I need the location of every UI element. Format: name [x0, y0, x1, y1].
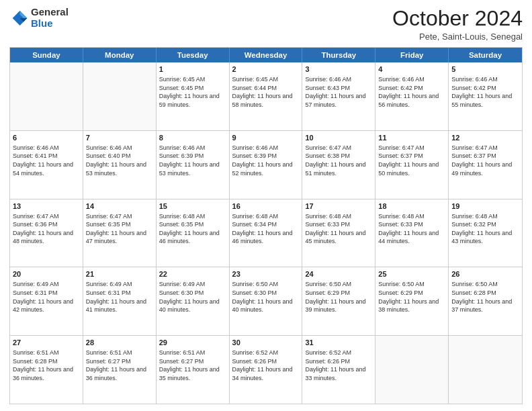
calendar-cell: 8Sunrise: 6:46 AM Sunset: 6:39 PM Daylig…	[157, 131, 230, 199]
weekday-header-thursday: Thursday	[302, 48, 375, 62]
day-info: Sunrise: 6:49 AM Sunset: 6:30 PM Dayligh…	[159, 280, 226, 314]
calendar-row-1: 1Sunrise: 6:45 AM Sunset: 6:45 PM Daylig…	[10, 62, 522, 130]
calendar-cell: 23Sunrise: 6:50 AM Sunset: 6:30 PM Dayli…	[230, 267, 303, 335]
calendar-cell: 6Sunrise: 6:46 AM Sunset: 6:41 PM Daylig…	[10, 131, 83, 199]
calendar-cell: 18Sunrise: 6:48 AM Sunset: 6:33 PM Dayli…	[375, 199, 449, 267]
calendar-cell: 10Sunrise: 6:47 AM Sunset: 6:38 PM Dayli…	[302, 131, 375, 199]
day-info: Sunrise: 6:47 AM Sunset: 6:35 PM Dayligh…	[86, 212, 153, 246]
day-number: 6	[13, 133, 80, 143]
calendar-row-5: 27Sunrise: 6:51 AM Sunset: 6:28 PM Dayli…	[10, 335, 522, 404]
logo-blue-text: Blue	[31, 18, 69, 30]
calendar-cell: 21Sunrise: 6:49 AM Sunset: 6:31 PM Dayli…	[83, 267, 157, 335]
day-number: 17	[305, 201, 372, 212]
day-info: Sunrise: 6:47 AM Sunset: 6:38 PM Dayligh…	[305, 144, 372, 177]
day-info: Sunrise: 6:48 AM Sunset: 6:33 PM Dayligh…	[378, 212, 445, 246]
day-info: Sunrise: 6:51 AM Sunset: 6:28 PM Dayligh…	[13, 349, 80, 382]
weekday-header-friday: Friday	[375, 48, 449, 62]
calendar-cell: 22Sunrise: 6:49 AM Sunset: 6:30 PM Dayli…	[157, 267, 230, 335]
day-number: 26	[451, 269, 519, 279]
day-number: 12	[451, 133, 519, 143]
day-info: Sunrise: 6:50 AM Sunset: 6:29 PM Dayligh…	[305, 280, 372, 314]
calendar-header: SundayMondayTuesdayWednesdayThursdayFrid…	[10, 48, 522, 62]
calendar-cell: 14Sunrise: 6:47 AM Sunset: 6:35 PM Dayli…	[83, 199, 157, 267]
day-number: 21	[86, 269, 153, 279]
calendar-cell: 28Sunrise: 6:51 AM Sunset: 6:27 PM Dayli…	[83, 336, 157, 404]
calendar-cell: 20Sunrise: 6:49 AM Sunset: 6:31 PM Dayli…	[10, 267, 83, 335]
calendar: SundayMondayTuesdayWednesdayThursdayFrid…	[9, 47, 523, 404]
day-number: 9	[232, 133, 300, 143]
day-info: Sunrise: 6:47 AM Sunset: 6:37 PM Dayligh…	[378, 144, 445, 177]
day-info: Sunrise: 6:48 AM Sunset: 6:35 PM Dayligh…	[159, 212, 226, 246]
day-info: Sunrise: 6:46 AM Sunset: 6:43 PM Dayligh…	[305, 75, 372, 109]
weekday-header-monday: Monday	[83, 48, 157, 62]
day-info: Sunrise: 6:47 AM Sunset: 6:36 PM Dayligh…	[13, 212, 80, 246]
day-info: Sunrise: 6:46 AM Sunset: 6:39 PM Dayligh…	[232, 144, 300, 177]
day-number: 2	[232, 64, 300, 75]
day-info: Sunrise: 6:46 AM Sunset: 6:42 PM Dayligh…	[378, 75, 445, 109]
calendar-cell: 1Sunrise: 6:45 AM Sunset: 6:45 PM Daylig…	[157, 62, 230, 130]
day-number: 11	[378, 133, 445, 143]
calendar-cell: 27Sunrise: 6:51 AM Sunset: 6:28 PM Dayli…	[10, 336, 83, 404]
day-info: Sunrise: 6:49 AM Sunset: 6:31 PM Dayligh…	[13, 280, 80, 314]
header: General Blue October 2024 Pete, Saint-Lo…	[9, 7, 523, 42]
calendar-cell: 26Sunrise: 6:50 AM Sunset: 6:28 PM Dayli…	[449, 267, 522, 335]
day-info: Sunrise: 6:45 AM Sunset: 6:45 PM Dayligh…	[159, 75, 226, 109]
page: General Blue October 2024 Pete, Saint-Lo…	[0, 0, 532, 411]
calendar-cell	[375, 336, 449, 404]
day-number: 24	[305, 269, 372, 279]
day-info: Sunrise: 6:48 AM Sunset: 6:33 PM Dayligh…	[305, 212, 372, 246]
weekday-header-saturday: Saturday	[449, 48, 522, 62]
day-info: Sunrise: 6:52 AM Sunset: 6:26 PM Dayligh…	[305, 349, 372, 382]
day-info: Sunrise: 6:46 AM Sunset: 6:42 PM Dayligh…	[451, 75, 519, 109]
calendar-cell: 25Sunrise: 6:50 AM Sunset: 6:29 PM Dayli…	[375, 267, 449, 335]
day-info: Sunrise: 6:50 AM Sunset: 6:30 PM Dayligh…	[232, 280, 300, 314]
calendar-cell: 29Sunrise: 6:51 AM Sunset: 6:27 PM Dayli…	[157, 336, 230, 404]
day-info: Sunrise: 6:52 AM Sunset: 6:26 PM Dayligh…	[232, 349, 300, 382]
day-info: Sunrise: 6:46 AM Sunset: 6:39 PM Dayligh…	[159, 144, 226, 177]
calendar-cell: 16Sunrise: 6:48 AM Sunset: 6:34 PM Dayli…	[230, 199, 303, 267]
day-number: 10	[305, 133, 372, 143]
weekday-header-sunday: Sunday	[10, 48, 83, 62]
calendar-row-4: 20Sunrise: 6:49 AM Sunset: 6:31 PM Dayli…	[10, 267, 522, 335]
calendar-cell: 13Sunrise: 6:47 AM Sunset: 6:36 PM Dayli…	[10, 199, 83, 267]
calendar-cell	[10, 62, 83, 130]
day-number: 13	[13, 201, 80, 212]
day-info: Sunrise: 6:46 AM Sunset: 6:41 PM Dayligh…	[13, 144, 80, 177]
day-number: 14	[86, 201, 153, 212]
day-number: 28	[86, 338, 153, 348]
day-number: 19	[451, 201, 519, 212]
day-number: 1	[159, 64, 226, 75]
calendar-cell: 7Sunrise: 6:46 AM Sunset: 6:40 PM Daylig…	[83, 131, 157, 199]
day-number: 5	[451, 64, 519, 75]
calendar-cell: 17Sunrise: 6:48 AM Sunset: 6:33 PM Dayli…	[302, 199, 375, 267]
logo-icon	[9, 9, 28, 28]
day-number: 23	[232, 269, 300, 279]
day-info: Sunrise: 6:49 AM Sunset: 6:31 PM Dayligh…	[86, 280, 153, 314]
calendar-body: 1Sunrise: 6:45 AM Sunset: 6:45 PM Daylig…	[10, 62, 522, 404]
logo: General Blue	[9, 7, 69, 29]
day-info: Sunrise: 6:50 AM Sunset: 6:29 PM Dayligh…	[378, 280, 445, 314]
logo-text: General Blue	[31, 7, 69, 29]
calendar-cell: 31Sunrise: 6:52 AM Sunset: 6:26 PM Dayli…	[302, 336, 375, 404]
calendar-cell: 30Sunrise: 6:52 AM Sunset: 6:26 PM Dayli…	[230, 336, 303, 404]
day-info: Sunrise: 6:47 AM Sunset: 6:37 PM Dayligh…	[451, 144, 519, 177]
day-number: 16	[232, 201, 300, 212]
day-number: 22	[159, 269, 226, 279]
day-info: Sunrise: 6:46 AM Sunset: 6:40 PM Dayligh…	[86, 144, 153, 177]
weekday-header-tuesday: Tuesday	[157, 48, 230, 62]
day-number: 27	[13, 338, 80, 348]
calendar-cell: 11Sunrise: 6:47 AM Sunset: 6:37 PM Dayli…	[375, 131, 449, 199]
day-number: 20	[13, 269, 80, 279]
day-number: 31	[305, 338, 372, 348]
calendar-cell	[449, 336, 522, 404]
calendar-row-2: 6Sunrise: 6:46 AM Sunset: 6:41 PM Daylig…	[10, 130, 522, 199]
calendar-cell: 24Sunrise: 6:50 AM Sunset: 6:29 PM Dayli…	[302, 267, 375, 335]
calendar-cell: 15Sunrise: 6:48 AM Sunset: 6:35 PM Dayli…	[157, 199, 230, 267]
day-number: 3	[305, 64, 372, 75]
day-number: 29	[159, 338, 226, 348]
day-number: 30	[232, 338, 300, 348]
day-number: 4	[378, 64, 445, 75]
calendar-cell: 12Sunrise: 6:47 AM Sunset: 6:37 PM Dayli…	[449, 131, 522, 199]
header-right: October 2024 Pete, Saint-Louis, Senegal	[392, 7, 523, 42]
day-number: 15	[159, 201, 226, 212]
